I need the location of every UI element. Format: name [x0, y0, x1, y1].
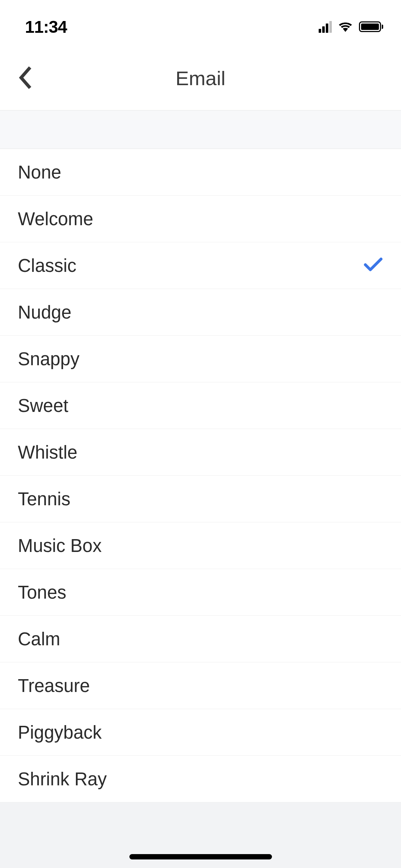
wifi-icon [338, 20, 353, 33]
sound-option-label: Tennis [18, 489, 70, 510]
back-button[interactable] [17, 65, 33, 92]
sound-option-welcome[interactable]: Welcome [0, 196, 401, 242]
home-indicator[interactable] [129, 854, 272, 859]
page-title: Email [175, 67, 225, 90]
status-icons [319, 20, 383, 33]
sound-option-label: Classic [18, 255, 76, 276]
sound-option-classic[interactable]: Classic [0, 242, 401, 289]
sound-option-label: Nudge [18, 302, 71, 323]
sound-option-none[interactable]: None [0, 149, 401, 196]
sound-option-label: Calm [18, 629, 60, 650]
sound-option-piggyback[interactable]: Piggyback [0, 709, 401, 756]
sound-option-label: Shrink Ray [18, 769, 107, 790]
sound-list: None Welcome Classic Nudge Snappy Sweet … [0, 149, 401, 802]
sound-option-label: None [18, 162, 61, 183]
sound-option-tennis[interactable]: Tennis [0, 476, 401, 522]
sound-option-snappy[interactable]: Snappy [0, 336, 401, 382]
sound-option-shrink-ray[interactable]: Shrink Ray [0, 756, 401, 802]
status-time: 11:34 [25, 17, 67, 37]
sound-option-label: Welcome [18, 208, 93, 229]
sound-option-sweet[interactable]: Sweet [0, 382, 401, 429]
sound-option-label: Sweet [18, 395, 68, 416]
status-bar: 11:34 [0, 0, 401, 46]
sound-option-label: Tones [18, 582, 66, 603]
sound-option-treasure[interactable]: Treasure [0, 662, 401, 709]
sound-option-whistle[interactable]: Whistle [0, 429, 401, 476]
section-spacer [0, 110, 401, 149]
sound-option-label: Music Box [18, 535, 102, 556]
nav-header: Email [0, 46, 401, 110]
sound-option-tones[interactable]: Tones [0, 569, 401, 616]
checkmark-icon [363, 257, 383, 274]
cellular-signal-icon [319, 21, 332, 33]
chevron-left-icon [17, 65, 33, 91]
sound-option-music-box[interactable]: Music Box [0, 522, 401, 569]
battery-icon [359, 21, 383, 32]
sound-option-label: Piggyback [18, 722, 102, 743]
sound-option-label: Treasure [18, 675, 90, 696]
sound-option-label: Whistle [18, 442, 77, 463]
sound-option-nudge[interactable]: Nudge [0, 289, 401, 336]
sound-option-label: Snappy [18, 348, 79, 370]
sound-option-calm[interactable]: Calm [0, 616, 401, 662]
